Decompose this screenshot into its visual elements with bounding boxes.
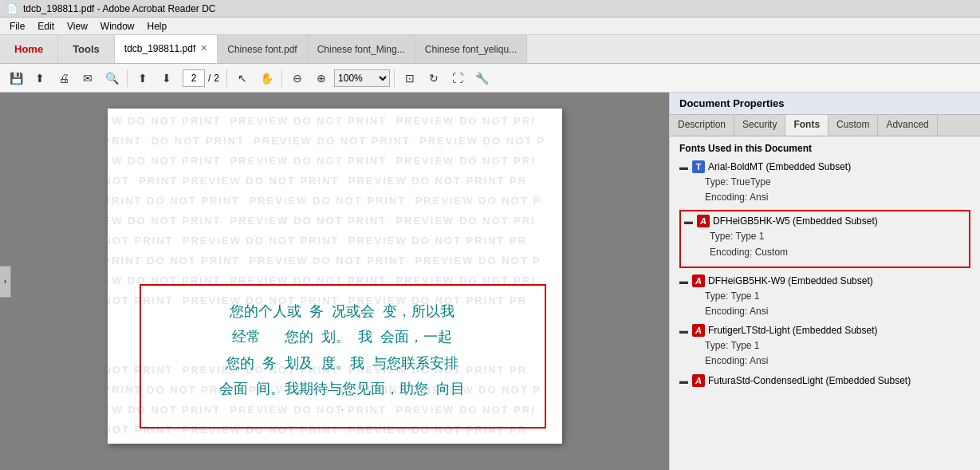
next-page-btn[interactable]: ⬇ bbox=[155, 67, 178, 89]
doc-props-panel: Document Properties Description Security… bbox=[669, 93, 980, 470]
chinese-line-1: 您的个人或 务 况或会 变，所以我 bbox=[154, 298, 532, 324]
font-encoding-0: Encoding: Ansi bbox=[705, 190, 970, 205]
tab-tools[interactable]: Tools bbox=[58, 35, 115, 63]
font-name-2: DFHeiGB5HK-W9 (Embedded Subset) bbox=[708, 275, 873, 286]
font-group-2: ▬ A DFHeiGB5HK-W9 (Embedded Subset) Type… bbox=[679, 274, 970, 319]
font-group-header-4: ▬ A FuturaStd-CondensedLight (Embedded S… bbox=[679, 374, 970, 387]
scroll-dot: · bbox=[154, 405, 532, 414]
font-type-3: Type: Type 1 bbox=[705, 338, 970, 353]
doc-tab-label-2: Chinese font_Ming... bbox=[317, 44, 405, 55]
collapse-btn-3[interactable]: ▬ bbox=[679, 326, 689, 335]
zoom-in-btn[interactable]: ⊕ bbox=[310, 67, 333, 89]
font-icon-4: A bbox=[692, 374, 705, 387]
font-group-header-1: ▬ A DFHeiGB5HK-W5 (Embedded Subset) bbox=[684, 215, 966, 227]
doc-tab-0[interactable]: tdcb_198811.pdf ✕ bbox=[115, 35, 218, 63]
main-area: › EW DO NOT PRINT PREVIEW DO NOT PRINT P… bbox=[0, 93, 980, 470]
font-type-0: Type: TrueType bbox=[705, 175, 970, 190]
full-screen-btn[interactable]: ⛶ bbox=[447, 67, 469, 89]
font-icon-1: A bbox=[697, 215, 710, 227]
wm-6: EW DO NOT PRINT PREVIEW DO NOT PRINT PRE… bbox=[108, 215, 536, 227]
title-bar: 📄 tdcb_198811.pdf - Adobe Acrobat Reader… bbox=[0, 0, 980, 18]
collapse-btn-2[interactable]: ▬ bbox=[679, 276, 689, 286]
font-details-0: Type: TrueType Encoding: Ansi bbox=[705, 175, 970, 205]
font-icon-0: T bbox=[692, 160, 705, 173]
doc-tabs: tdcb_198811.pdf ✕ Chinese font.pdf Chine… bbox=[115, 35, 980, 63]
tab-advanced[interactable]: Advanced bbox=[878, 115, 937, 136]
fonts-used-title: Fonts Used in this Document bbox=[679, 143, 970, 154]
menu-edit[interactable]: Edit bbox=[31, 19, 61, 34]
wm-8: PRINT DO NOT PRINT PREVIEW DO NOT PRINT … bbox=[108, 255, 541, 267]
tools-btn[interactable]: 🔧 bbox=[470, 67, 493, 89]
collapse-btn-4[interactable]: ▬ bbox=[679, 376, 689, 385]
collapse-btn-0[interactable]: ▬ bbox=[679, 162, 689, 172]
doc-tab-label-0: tdcb_198811.pdf bbox=[124, 43, 195, 54]
chinese-line-2: 经常 您的 划。 我 会面，一起 bbox=[154, 324, 532, 350]
font-encoding-2: Encoding: Ansi bbox=[705, 304, 970, 319]
doc-tab-label-3: Chinese font_yeliqu... bbox=[425, 44, 517, 55]
doc-tab-1[interactable]: Chinese font.pdf bbox=[218, 35, 307, 63]
font-details-2: Type: Type 1 Encoding: Ansi bbox=[705, 289, 970, 319]
mail-btn[interactable]: ✉ bbox=[77, 67, 99, 89]
font-type-2: Type: Type 1 bbox=[705, 289, 970, 304]
search-btn[interactable]: 🔍 bbox=[100, 67, 123, 89]
font-name-1: DFHeiGB5HK-W5 (Embedded Subset) bbox=[713, 215, 878, 227]
menu-bar: File Edit View Window Help bbox=[0, 18, 980, 35]
hand-btn[interactable]: ✋ bbox=[255, 67, 277, 89]
fonts-content: Fonts Used in this Document ▬ T Arial-Bo… bbox=[670, 136, 980, 470]
fit-page-btn[interactable]: ⊡ bbox=[399, 67, 421, 89]
chinese-text-box: 您的个人或 务 况或会 变，所以我 经常 您的 划。 我 会面，一起 您的 务 … bbox=[140, 284, 546, 429]
rotate-btn[interactable]: ↻ bbox=[423, 67, 445, 89]
font-icon-2: A bbox=[692, 274, 705, 287]
menu-file[interactable]: File bbox=[3, 19, 31, 34]
tab-description[interactable]: Description bbox=[670, 115, 734, 136]
page-input[interactable] bbox=[183, 69, 205, 87]
tab-security[interactable]: Security bbox=[734, 115, 785, 136]
wm-2: PRINT DO NOT PRINT PREVIEW DO NOT PRINT … bbox=[108, 135, 546, 147]
font-name-0: Arial-BoldMT (Embedded Subset) bbox=[708, 161, 851, 172]
close-tab-0[interactable]: ✕ bbox=[200, 43, 207, 53]
total-pages: 2 bbox=[214, 73, 219, 84]
font-group-0: ▬ T Arial-BoldMT (Embedded Subset) Type:… bbox=[679, 160, 970, 205]
pdf-area: › EW DO NOT PRINT PREVIEW DO NOT PRINT P… bbox=[0, 93, 669, 470]
menu-window[interactable]: Window bbox=[94, 19, 141, 34]
upload-btn[interactable]: ⬆ bbox=[29, 67, 51, 89]
font-group-4: ▬ A FuturaStd-CondensedLight (Embedded S… bbox=[679, 374, 970, 387]
font-group-3: ▬ A FrutigerLTStd-Light (Embedded Subset… bbox=[679, 324, 970, 369]
page-nav: / 2 bbox=[183, 69, 219, 87]
toolbar: 💾 ⬆ 🖨 ✉ 🔍 ⬆ ⬇ / 2 ↖ ✋ ⊖ ⊕ 100% 75% 125% … bbox=[0, 64, 980, 93]
zoom-select[interactable]: 100% 75% 125% 150% bbox=[334, 69, 390, 87]
sep-4 bbox=[394, 69, 395, 87]
print-btn[interactable]: 🖨 bbox=[53, 67, 75, 89]
doc-tab-label-1: Chinese font.pdf bbox=[227, 44, 297, 55]
tab-fonts[interactable]: Fonts bbox=[785, 115, 828, 136]
tab-custom[interactable]: Custom bbox=[828, 115, 878, 136]
font-name-4: FuturaStd-CondensedLight (Embedded Subse… bbox=[708, 375, 911, 386]
save-btn[interactable]: 💾 bbox=[5, 67, 27, 89]
select-btn[interactable]: ↖ bbox=[231, 67, 254, 89]
tab-bar: Home Tools tdcb_198811.pdf ✕ Chinese fon… bbox=[0, 35, 980, 64]
wm-3: EW DO NOT PRINT PREVIEW DO NOT PRINT PRE… bbox=[108, 155, 536, 167]
sidebar-toggle[interactable]: › bbox=[0, 266, 11, 298]
wm-1: EW DO NOT PRINT PREVIEW DO NOT PRINT PRE… bbox=[108, 115, 536, 127]
font-group-header-2: ▬ A DFHeiGB5HK-W9 (Embedded Subset) bbox=[679, 274, 970, 287]
pdf-page-area: EW DO NOT PRINT PREVIEW DO NOT PRINT PRE… bbox=[0, 93, 669, 470]
zoom-out-btn[interactable]: ⊖ bbox=[286, 67, 309, 89]
menu-help[interactable]: Help bbox=[141, 19, 174, 34]
font-group-header-3: ▬ A FrutigerLTStd-Light (Embedded Subset… bbox=[679, 324, 970, 337]
sep-1 bbox=[127, 69, 128, 87]
sep-3 bbox=[281, 69, 282, 87]
prev-page-btn[interactable]: ⬆ bbox=[132, 67, 154, 89]
menu-view[interactable]: View bbox=[61, 19, 94, 34]
doc-tab-3[interactable]: Chinese font_yeliqu... bbox=[415, 35, 527, 63]
props-tabs: Description Security Fonts Custom Advanc… bbox=[670, 115, 980, 136]
font-type-1: Type: Type 1 bbox=[710, 229, 966, 244]
font-group-header-0: ▬ T Arial-BoldMT (Embedded Subset) bbox=[679, 160, 970, 173]
collapse-btn-1[interactable]: ▬ bbox=[684, 216, 694, 226]
font-icon-3: A bbox=[692, 324, 705, 337]
tab-home[interactable]: Home bbox=[0, 35, 58, 63]
font-details-3: Type: Type 1 Encoding: Ansi bbox=[705, 338, 970, 369]
title-bar-text: tdcb_198811.pdf - Adobe Acrobat Reader D… bbox=[23, 3, 216, 14]
doc-tab-2[interactable]: Chinese font_Ming... bbox=[308, 35, 415, 63]
app-icon: 📄 bbox=[6, 3, 18, 14]
wm-4: NOT PRINT PREVIEW DO NOT PRINT PREVIEW D… bbox=[108, 175, 528, 187]
